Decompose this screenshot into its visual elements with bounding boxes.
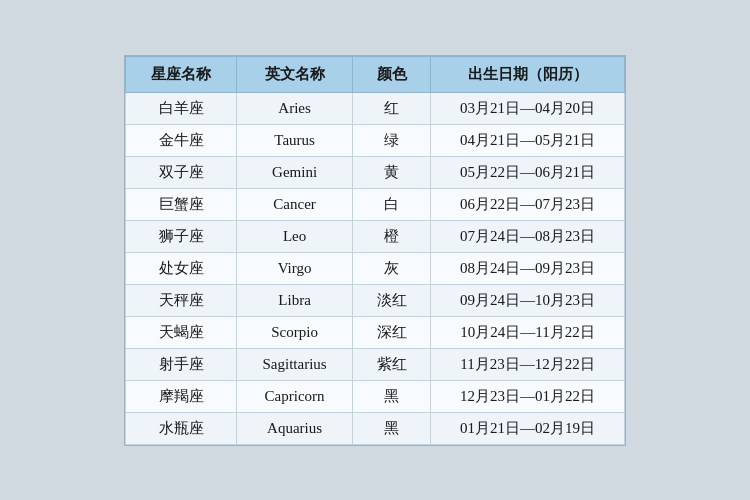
cell-color: 绿 [353, 124, 431, 156]
cell-dates: 05月22日—06月21日 [431, 156, 625, 188]
cell-dates: 07月24日—08月23日 [431, 220, 625, 252]
header-color: 颜色 [353, 56, 431, 92]
cell-english-name: Scorpio [237, 316, 353, 348]
table-row: 水瓶座Aquarius黑01月21日—02月19日 [126, 412, 625, 444]
header-chinese-name: 星座名称 [126, 56, 237, 92]
cell-english-name: Virgo [237, 252, 353, 284]
cell-dates: 08月24日—09月23日 [431, 252, 625, 284]
table-row: 处女座Virgo灰08月24日—09月23日 [126, 252, 625, 284]
table-row: 天秤座Libra淡红09月24日—10月23日 [126, 284, 625, 316]
cell-chinese-name: 水瓶座 [126, 412, 237, 444]
cell-chinese-name: 摩羯座 [126, 380, 237, 412]
cell-english-name: Sagittarius [237, 348, 353, 380]
cell-english-name: Leo [237, 220, 353, 252]
cell-dates: 11月23日—12月22日 [431, 348, 625, 380]
cell-english-name: Libra [237, 284, 353, 316]
cell-english-name: Capricorn [237, 380, 353, 412]
header-english-name: 英文名称 [237, 56, 353, 92]
cell-color: 深红 [353, 316, 431, 348]
cell-dates: 12月23日—01月22日 [431, 380, 625, 412]
zodiac-table: 星座名称 英文名称 颜色 出生日期（阳历） 白羊座Aries红03月21日—04… [125, 56, 625, 445]
cell-english-name: Gemini [237, 156, 353, 188]
cell-chinese-name: 金牛座 [126, 124, 237, 156]
cell-chinese-name: 射手座 [126, 348, 237, 380]
cell-color: 紫红 [353, 348, 431, 380]
cell-color: 橙 [353, 220, 431, 252]
cell-dates: 06月22日—07月23日 [431, 188, 625, 220]
cell-chinese-name: 狮子座 [126, 220, 237, 252]
table-row: 射手座Sagittarius紫红11月23日—12月22日 [126, 348, 625, 380]
cell-color: 淡红 [353, 284, 431, 316]
table-header-row: 星座名称 英文名称 颜色 出生日期（阳历） [126, 56, 625, 92]
table-row: 天蝎座Scorpio深红10月24日—11月22日 [126, 316, 625, 348]
cell-chinese-name: 天蝎座 [126, 316, 237, 348]
cell-chinese-name: 白羊座 [126, 92, 237, 124]
cell-chinese-name: 处女座 [126, 252, 237, 284]
zodiac-table-wrapper: 星座名称 英文名称 颜色 出生日期（阳历） 白羊座Aries红03月21日—04… [124, 55, 626, 446]
cell-english-name: Aquarius [237, 412, 353, 444]
cell-color: 灰 [353, 252, 431, 284]
cell-color: 黄 [353, 156, 431, 188]
table-row: 金牛座Taurus绿04月21日—05月21日 [126, 124, 625, 156]
cell-color: 黑 [353, 380, 431, 412]
cell-color: 红 [353, 92, 431, 124]
cell-english-name: Aries [237, 92, 353, 124]
cell-chinese-name: 天秤座 [126, 284, 237, 316]
table-row: 白羊座Aries红03月21日—04月20日 [126, 92, 625, 124]
table-row: 摩羯座Capricorn黑12月23日—01月22日 [126, 380, 625, 412]
cell-dates: 03月21日—04月20日 [431, 92, 625, 124]
cell-color: 白 [353, 188, 431, 220]
table-row: 巨蟹座Cancer白06月22日—07月23日 [126, 188, 625, 220]
header-dates: 出生日期（阳历） [431, 56, 625, 92]
cell-dates: 01月21日—02月19日 [431, 412, 625, 444]
table-row: 双子座Gemini黄05月22日—06月21日 [126, 156, 625, 188]
cell-chinese-name: 巨蟹座 [126, 188, 237, 220]
cell-english-name: Cancer [237, 188, 353, 220]
cell-english-name: Taurus [237, 124, 353, 156]
cell-chinese-name: 双子座 [126, 156, 237, 188]
table-row: 狮子座Leo橙07月24日—08月23日 [126, 220, 625, 252]
table-body: 白羊座Aries红03月21日—04月20日金牛座Taurus绿04月21日—0… [126, 92, 625, 444]
cell-color: 黑 [353, 412, 431, 444]
cell-dates: 04月21日—05月21日 [431, 124, 625, 156]
cell-dates: 10月24日—11月22日 [431, 316, 625, 348]
cell-dates: 09月24日—10月23日 [431, 284, 625, 316]
